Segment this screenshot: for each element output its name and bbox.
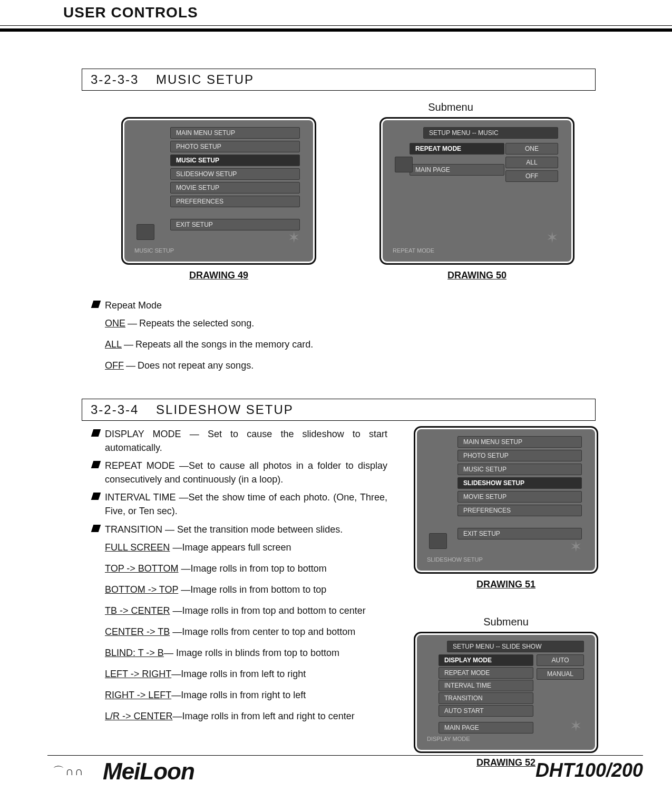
bullet-label: DISPLAY MODE [105, 429, 181, 439]
nav-icon [429, 533, 447, 549]
term-desc: Image rolls in from left and right to ce… [182, 711, 355, 721]
term: CENTER -> TB [105, 626, 170, 637]
bullet-icon [91, 301, 101, 308]
menu-item: SLIDESHOW SETUP [170, 168, 300, 180]
term: FULL SCREEN [105, 542, 170, 553]
menu-item: MAIN PAGE [439, 722, 533, 734]
brand-logo: MeiLoon [103, 758, 194, 785]
menu-item: INTERVAL TIME [439, 680, 533, 691]
option-item: MANUAL [537, 668, 584, 680]
section-number: 3-2-3-3 [91, 72, 139, 86]
menu-item: TRANSITION [439, 692, 533, 704]
menu-item-selected: SLIDESHOW SETUP [457, 477, 582, 489]
term-desc: Repeats all the songs in the memory card… [135, 339, 313, 350]
term: ONE [105, 318, 125, 329]
term-desc: Image rolls in blinds from top to bottom [176, 648, 339, 658]
term: BOTTOM -> TOP [105, 584, 178, 595]
footer-rule [47, 755, 643, 756]
slideshow-block: DISPLAY MODE — Set to cause the slidesho… [92, 427, 387, 731]
menu-item: PREFERENCES [457, 505, 582, 516]
butterfly-icon: ✶ [288, 229, 300, 246]
option-item: AUTO [537, 654, 584, 666]
bullet-icon [91, 461, 101, 468]
header-rule-thick [0, 28, 672, 32]
screenshot-drawing-50: SETUP MENU -- MUSIC REPEAT MODE MAIN PAG… [379, 117, 574, 265]
repeat-mode-label: Repeat Mode [105, 298, 162, 312]
menu-item: MOVIE SETUP [170, 182, 300, 194]
section-number: 3-2-3-4 [91, 402, 139, 417]
page-indicator: ⌒∩∩ [53, 764, 84, 779]
menu-item-selected: REPEAT MODE [410, 143, 504, 155]
bullet-label: TRANSITION [105, 524, 162, 535]
option-item: ONE [505, 143, 558, 155]
menu-item: REPEAT MODE [439, 667, 533, 679]
term: OFF [105, 360, 124, 371]
menu-item: MAIN MENU SETUP [457, 436, 582, 448]
bullet-icon [91, 429, 101, 437]
term: LEFT -> RIGHT [105, 669, 171, 679]
option-item: OFF [505, 170, 558, 182]
caption-drawing-49: DRAWING 49 [121, 270, 316, 281]
section-name: SLIDESHOW SETUP [156, 402, 294, 417]
butterfly-icon: ✶ [570, 717, 582, 735]
term-desc: Does not repeat any songs. [138, 360, 254, 371]
section-title-slideshow: 3-2-3-4 SLIDESHOW SETUP [82, 399, 596, 421]
screen-header: SETUP MENU -- MUSIC [423, 127, 558, 139]
section-name: MUSIC SETUP [156, 72, 254, 86]
page-header: USER CONTROLS [63, 4, 643, 21]
term: TB -> CENTER [105, 605, 170, 616]
term: ALL [105, 339, 122, 350]
bullet-label: INTERVAL TIME [105, 492, 176, 503]
section-title-music: 3-2-3-3 MUSIC SETUP [82, 69, 596, 91]
term-desc: Image rolls in from top and bottom to ce… [182, 605, 366, 616]
screen-header: SETUP MENU -- SLIDE SHOW [447, 641, 584, 652]
screenshot-drawing-52: SETUP MENU -- SLIDE SHOW DISPLAY MODE RE… [414, 632, 598, 753]
menu-item: PREFERENCES [170, 196, 300, 207]
screen-footer: MUSIC SETUP [134, 247, 174, 254]
bullet-label: REPEAT MODE [105, 460, 175, 471]
menu-item: PHOTO SETUP [170, 141, 300, 152]
term: L/R -> CENTER [105, 711, 173, 721]
header-rule [0, 25, 672, 26]
menu-item-selected: MUSIC SETUP [170, 155, 300, 166]
option-item: ALL [505, 157, 558, 168]
bullet-desc: Set the transition mode between slides. [177, 524, 343, 535]
screenshot-drawing-49: MAIN MENU SETUP PHOTO SETUP MUSIC SETUP … [121, 117, 316, 265]
repeat-mode-block: Repeat Mode ONE—Repeats the selected son… [92, 298, 596, 380]
term: RIGHT -> LEFT [105, 690, 171, 700]
menu-item: MAIN MENU SETUP [170, 127, 300, 139]
butterfly-icon: ✶ [546, 229, 558, 246]
nav-icon [395, 157, 413, 172]
menu-item: AUTO START [439, 705, 533, 717]
menu-item: MAIN PAGE [410, 164, 504, 176]
term-desc: Image rolls from center to top and botto… [182, 626, 355, 637]
model-name: DHT100/200 [535, 759, 643, 782]
term: TOP -> BOTTOM [105, 563, 179, 574]
submenu-label-2: Submenu [414, 616, 598, 628]
menu-item: MOVIE SETUP [457, 491, 582, 503]
caption-drawing-50: DRAWING 50 [379, 270, 574, 281]
menu-item: PHOTO SETUP [457, 450, 582, 461]
bullet-icon [91, 525, 101, 532]
term: BLIND: T -> B [105, 648, 164, 658]
screenshot-drawing-51: MAIN MENU SETUP PHOTO SETUP MUSIC SETUP … [414, 426, 598, 574]
term-desc: Image rolls in from right to left [181, 690, 306, 700]
caption-drawing-51: DRAWING 51 [414, 579, 598, 590]
screen-footer: REPEAT MODE [393, 247, 434, 254]
term-desc: Image rolls in from top to bottom [191, 563, 327, 574]
screen-footer: DISPLAY MODE [427, 736, 470, 742]
term-desc: Repeats the selected song. [139, 318, 254, 329]
term-desc: Image rolls in from bottom to top [190, 584, 326, 595]
menu-item: EXIT SETUP [457, 528, 582, 539]
term-desc: Image appears full screen [182, 542, 291, 553]
bullet-icon [91, 493, 101, 500]
term-desc: Image rolls in from left to right [181, 669, 306, 679]
submenu-label-1: Submenu [379, 101, 522, 113]
screen-footer: SLIDESHOW SETUP [427, 556, 483, 563]
nav-icon [137, 224, 154, 240]
menu-item: MUSIC SETUP [457, 464, 582, 475]
menu-item: EXIT SETUP [170, 219, 300, 230]
menu-item-selected: DISPLAY MODE [439, 654, 533, 666]
butterfly-icon: ✶ [570, 538, 582, 555]
